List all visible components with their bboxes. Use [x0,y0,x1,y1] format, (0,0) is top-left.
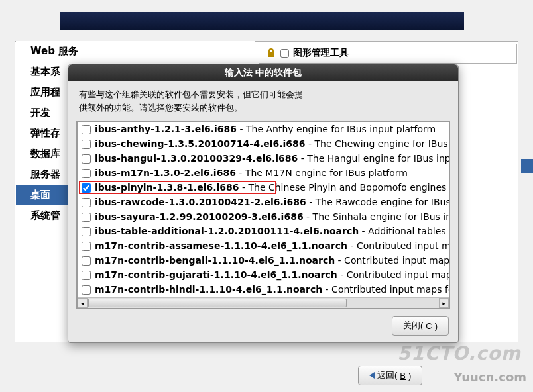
package-checkbox[interactable] [82,140,91,149]
watermark-yuucn: Yuucn.com [454,370,526,384]
dialog-title: 输入法 中的软件包 [68,64,458,81]
package-checkbox[interactable] [82,227,91,236]
selection-overflow [521,159,533,173]
package-row[interactable]: ibus-anthy-1.2.1-3.el6.i686 - The Anthy … [78,122,449,136]
package-list-container: ibus-anthy-1.2.1-3.el6.i686 - The Anthy … [76,121,450,309]
package-checkbox[interactable] [82,198,91,207]
right-panel: 图形管理工具 [259,44,517,64]
package-desc: - The Chinese Pinyin and Bopomofo engine… [239,182,449,193]
package-checkbox[interactable] [82,125,91,134]
sidebar-item-web[interactable]: Web 服务 [16,41,255,62]
package-desc: - Additional tables for [359,226,449,236]
top-header-bar [60,12,464,30]
package-name: m17n-contrib-bengali-1.1.10-4.el6_1.1.no… [95,255,335,266]
package-desc: - Contributed input maps [347,240,449,251]
package-name: m17n-contrib-gujarati-1.1.10-4.el6_1.1.n… [95,270,337,280]
package-desc: - Contributed input maps fo [335,255,449,266]
package-row[interactable]: ibus-pinyin-1.3.8-1.el6.i686 - The Chine… [78,180,449,195]
package-checkbox[interactable] [82,271,91,280]
package-name: m17n-contrib-hindi-1.1.10-4.el6_1.1.noar… [95,284,322,295]
right-panel-item[interactable]: 图形管理工具 [259,44,516,62]
package-name: ibus-table-additional-1.2.0.20100111-4.e… [95,226,359,236]
lock-icon [266,48,276,58]
package-list[interactable]: ibus-anthy-1.2.1-3.el6.i686 - The Anthy … [78,122,449,297]
package-checkbox[interactable] [82,242,91,251]
package-desc: - The M17N engine for IBus platform [236,168,408,178]
arrow-left-icon [369,372,375,379]
package-desc: - Contributed input maps for H [322,284,449,295]
package-checkbox[interactable] [82,169,91,178]
dialog-description: 有些与这个组群关联的软件包不需要安装，但它们可能会提 供额外的功能。请选择您要安… [68,81,458,121]
package-checkbox[interactable] [82,154,91,164]
package-desc: - The Chewing engine for IBus inpu [306,138,449,149]
horizontal-scrollbar[interactable]: ◂ ▸ [78,297,449,308]
package-name: ibus-hangul-1.3.0.20100329-4.el6.i686 [95,153,298,164]
watermark-51cto: 51CTO.com [398,342,521,364]
dialog-footer: 关闭(C) [68,309,458,342]
scrollbar-thumb[interactable] [88,299,347,307]
package-name: ibus-m17n-1.3.0-2.el6.i686 [95,168,236,178]
package-name: ibus-anthy-1.2.1-3.el6.i686 [95,124,237,134]
package-checkbox[interactable] [82,256,91,266]
scroll-left-arrow-icon[interactable]: ◂ [78,298,88,308]
package-name: ibus-sayura-1.2.99.20100209-3.el6.i686 [95,211,304,222]
package-checkbox[interactable] [82,183,91,193]
close-button[interactable]: 关闭(C) [392,316,449,336]
package-desc: - The Anthy engine for IBus input platfo… [237,124,436,134]
package-desc: - The Rawcode engine for IBus inp [306,197,449,207]
package-desc: - The Sinhala engine for IBus input [304,211,449,222]
package-checkbox[interactable] [82,285,91,295]
package-checkbox[interactable] [82,213,91,222]
right-item-label: 图形管理工具 [293,47,349,59]
package-row[interactable]: m17n-contrib-assamese-1.1.10-4.el6_1.1.n… [78,238,449,253]
package-row[interactable]: m17n-contrib-bengali-1.1.10-4.el6_1.1.no… [78,253,449,268]
package-desc: - The Hangul engine for IBus input p [298,153,449,164]
right-item-checkbox[interactable] [280,49,289,58]
package-row[interactable]: m17n-contrib-gujarati-1.1.10-4.el6_1.1.n… [78,268,449,282]
package-row[interactable]: ibus-chewing-1.3.5.20100714-4.el6.i686 -… [78,136,449,151]
package-row[interactable]: ibus-m17n-1.3.0-2.el6.i686 - The M17N en… [78,166,449,180]
package-name: ibus-pinyin-1.3.8-1.el6.i686 [95,182,239,193]
scroll-right-arrow-icon[interactable]: ▸ [439,298,449,308]
package-row[interactable]: ibus-rawcode-1.3.0.20100421-2.el6.i686 -… [78,195,449,209]
package-name: ibus-chewing-1.3.5.20100714-4.el6.i686 [95,138,306,149]
package-dialog: 输入法 中的软件包 有些与这个组群关联的软件包不需要安装，但它们可能会提 供额外… [68,64,459,343]
bottom-button-bar: 返回(B) [358,366,422,385]
back-button[interactable]: 返回(B) [358,366,422,385]
package-name: m17n-contrib-assamese-1.1.10-4.el6_1.1.n… [95,240,347,251]
package-row[interactable]: ibus-hangul-1.3.0.20100329-4.el6.i686 - … [78,151,449,166]
package-row[interactable]: ibus-sayura-1.2.99.20100209-3.el6.i686 -… [78,209,449,224]
package-desc: - Contributed input maps fo [337,270,449,280]
package-name: ibus-rawcode-1.3.0.20100421-2.el6.i686 [95,197,306,207]
package-row[interactable]: ibus-table-additional-1.2.0.20100111-4.e… [78,224,449,238]
package-row[interactable]: m17n-contrib-hindi-1.1.10-4.el6_1.1.noar… [78,282,449,297]
